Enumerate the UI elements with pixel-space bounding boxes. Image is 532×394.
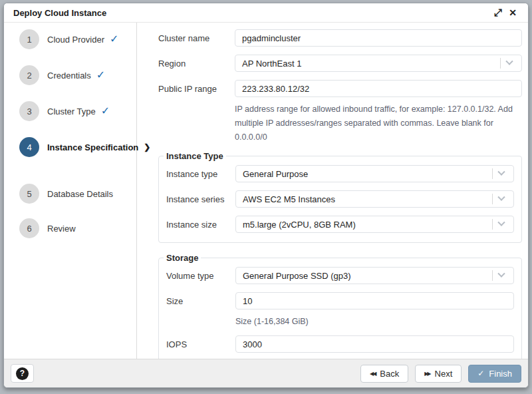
volume-type-label: Volume type xyxy=(166,271,235,281)
check-icon: ✓ xyxy=(110,34,118,45)
size-row: Size xyxy=(166,292,514,309)
dialog-title: Deploy Cloud Instance xyxy=(13,8,491,18)
wizard-step-cluster-type: 3 Cluster Type ✓ xyxy=(19,101,136,121)
iops-input[interactable] xyxy=(235,335,514,353)
public-ip-help-text: IP address range for allowed inbound tra… xyxy=(235,102,522,144)
iops-row: IOPS xyxy=(166,335,514,353)
public-ip-row: Public IP range xyxy=(158,80,522,97)
instance-series-selected-value: AWS EC2 M5 Instances xyxy=(243,194,492,204)
chevron-down-icon xyxy=(505,58,513,65)
wizard-step-credentials: 2 Credentials ✓ xyxy=(19,65,136,85)
cluster-name-input[interactable] xyxy=(235,29,522,47)
step-number-badge: 1 xyxy=(19,29,39,49)
instance-type-legend: Instance Type xyxy=(164,151,226,161)
deploy-cloud-instance-dialog: Deploy Cloud Instance ⤢ ✕ 1 Cloud Provid… xyxy=(3,3,529,388)
instance-specification-form: Cluster name Region AP NorthEast 1 Publi… xyxy=(137,23,528,359)
next-button-label: Next xyxy=(435,369,453,379)
select-divider xyxy=(500,58,501,69)
instance-series-label: Instance series xyxy=(166,194,235,204)
check-icon: ✓ xyxy=(101,106,110,116)
finish-button[interactable]: ✓ Finish xyxy=(468,365,521,383)
next-button[interactable]: ▶▶ Next xyxy=(415,365,462,383)
dialog-titlebar: Deploy Cloud Instance ⤢ ✕ xyxy=(4,3,528,23)
finish-check-icon: ✓ xyxy=(477,369,484,378)
size-label: Size xyxy=(166,296,235,306)
region-label: Region xyxy=(158,59,235,69)
step-label: Review xyxy=(47,224,76,234)
step-number-badge: 5 xyxy=(19,184,39,204)
public-ip-input[interactable] xyxy=(235,80,522,97)
help-icon: ? xyxy=(16,367,29,380)
chevron-down-icon xyxy=(497,194,505,201)
volume-type-selected-value: General Purpose SSD (gp3) xyxy=(243,271,492,281)
region-selected-value: AP NorthEast 1 xyxy=(242,59,500,69)
chevron-down-icon xyxy=(497,168,505,176)
step-label: Cloud Provider xyxy=(47,35,104,45)
next-icon: ▶▶ xyxy=(424,371,430,377)
step-number-badge: 2 xyxy=(19,65,39,85)
wizard-step-review: 6 Review xyxy=(19,218,136,238)
maximize-icon[interactable]: ⤢ xyxy=(491,5,505,20)
step-label: Instance Specification xyxy=(47,142,138,152)
close-icon[interactable]: ✕ xyxy=(505,5,520,20)
instance-series-select[interactable]: AWS EC2 M5 Instances xyxy=(235,190,514,208)
step-label: Credentials xyxy=(47,71,91,81)
instance-size-select[interactable]: m5.large (2vCPU, 8GB RAM) xyxy=(235,216,514,233)
step-label: Cluster Type xyxy=(47,106,96,116)
chevron-down-icon xyxy=(497,219,505,226)
finish-button-label: Finish xyxy=(489,369,512,379)
back-icon: ◀◀ xyxy=(370,371,375,377)
storage-legend: Storage xyxy=(164,253,201,263)
dialog-body: 1 Cloud Provider ✓ 2 Credentials ✓ 3 Clu… xyxy=(4,23,528,359)
cluster-name-row: Cluster name xyxy=(158,29,522,47)
size-help-text: Size (1-16,384 GiB) xyxy=(235,315,514,329)
step-number-badge: 4 xyxy=(19,137,39,157)
step-label: Database Details xyxy=(47,189,113,199)
instance-size-selected-value: m5.large (2vCPU, 8GB RAM) xyxy=(243,220,492,230)
region-select[interactable]: AP NorthEast 1 xyxy=(235,55,522,72)
dialog-footer: ? ◀◀ Back ▶▶ Next ✓ Finish xyxy=(4,359,528,387)
size-input[interactable] xyxy=(235,292,514,309)
storage-group: Storage Volume type General Purpose SSD … xyxy=(158,253,522,359)
back-button-label: Back xyxy=(380,369,399,379)
check-icon: ✓ xyxy=(96,70,105,81)
wizard-step-cloud-provider: 1 Cloud Provider ✓ xyxy=(19,29,136,49)
wizard-step-database-details: 5 Database Details xyxy=(19,184,136,204)
iops-label: IOPS xyxy=(166,339,235,349)
instance-series-row: Instance series AWS EC2 M5 Instances xyxy=(166,190,514,208)
instance-type-group: Instance Type Instance type General Purp… xyxy=(158,151,522,243)
select-divider xyxy=(492,270,493,281)
volume-type-row: Volume type General Purpose SSD (gp3) xyxy=(166,267,514,284)
select-divider xyxy=(492,194,493,204)
back-button[interactable]: ◀◀ Back xyxy=(360,365,408,383)
help-button[interactable]: ? xyxy=(11,364,34,383)
instance-type-selected-value: General Purpose xyxy=(243,169,492,179)
instance-size-row: Instance size m5.large (2vCPU, 8GB RAM) xyxy=(166,216,514,233)
step-number-badge: 3 xyxy=(19,101,39,121)
step-number-badge: 6 xyxy=(19,218,39,238)
instance-type-select[interactable]: General Purpose xyxy=(235,165,514,182)
volume-type-select[interactable]: General Purpose SSD (gp3) xyxy=(235,267,514,284)
wizard-step-instance-specification: 4 Instance Specification ❯ xyxy=(19,137,136,157)
select-divider xyxy=(492,168,493,179)
cluster-name-label: Cluster name xyxy=(158,33,235,43)
select-divider xyxy=(492,219,493,230)
instance-type-row: Instance type General Purpose xyxy=(166,165,514,182)
instance-size-label: Instance size xyxy=(166,220,235,230)
region-row: Region AP NorthEast 1 xyxy=(158,55,522,72)
instance-type-label: Instance type xyxy=(166,169,235,179)
wizard-steps-sidebar: 1 Cloud Provider ✓ 2 Credentials ✓ 3 Clu… xyxy=(4,23,137,359)
public-ip-label: Public IP range xyxy=(158,84,235,94)
chevron-down-icon xyxy=(497,270,505,278)
